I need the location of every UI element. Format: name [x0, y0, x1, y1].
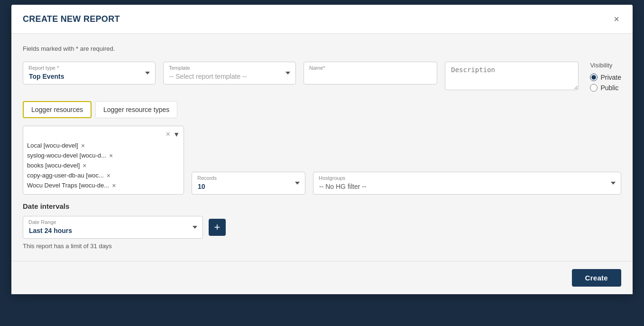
- visibility-public-item: Public: [590, 84, 621, 92]
- tag-item-2: books [wocu-devel] ×: [27, 160, 180, 170]
- tag-item-4: Wocu Devel Traps [wocu-de... ×: [27, 180, 180, 190]
- hostgroups-select-wrapper: -- No HG filter --: [313, 172, 621, 195]
- report-type-select[interactable]: Top Events: [23, 62, 156, 84]
- records-select-wrapper: 10 25 50 100: [192, 172, 305, 195]
- add-date-interval-button[interactable]: +: [209, 219, 226, 236]
- visibility-group: Visibility Private Public: [586, 62, 621, 92]
- visibility-public-label: Public: [600, 84, 618, 92]
- multiselect-dropdown-button[interactable]: ▼: [173, 130, 180, 138]
- visibility-public-radio[interactable]: [590, 84, 598, 92]
- visibility-private-radio[interactable]: [590, 74, 598, 81]
- date-intervals-section: Date intervals Date Range Last 24 hours …: [23, 202, 621, 250]
- modal-body: Fields marked with * are required. Repor…: [11, 34, 633, 261]
- filters-row: × ▼ Local [wocu-devel] × syslog-wocu-dev…: [23, 126, 621, 195]
- date-range-select-wrapper: Last 24 hours Last 7 days Last 30 days: [23, 216, 203, 239]
- records-select[interactable]: 10 25 50 100: [192, 172, 305, 195]
- tag-remove-0[interactable]: ×: [81, 142, 85, 149]
- template-select[interactable]: -- Select report template --: [163, 62, 296, 84]
- visibility-label: Visibility: [590, 62, 621, 69]
- resources-multiselect[interactable]: × ▼ Local [wocu-devel] × syslog-wocu-dev…: [23, 126, 184, 195]
- tab-logger-resources[interactable]: Logger resources: [23, 101, 92, 118]
- tag-item-0: Local [wocu-devel] ×: [27, 140, 180, 150]
- modal-footer: Create: [11, 261, 633, 294]
- template-group: Template -- Select report template --: [163, 62, 296, 84]
- visibility-private-item: Private: [590, 74, 621, 81]
- date-row: Date Range Last 24 hours Last 7 days Las…: [23, 216, 621, 239]
- tag-remove-1[interactable]: ×: [109, 152, 113, 159]
- multiselect-header: × ▼: [27, 130, 180, 139]
- tag-item-1: syslog-wocu-devel [wocu-d... ×: [27, 150, 180, 160]
- date-range-wrapper: Date Range Last 24 hours Last 7 days Las…: [23, 216, 203, 239]
- tag-label-1: syslog-wocu-devel [wocu-d...: [27, 152, 106, 159]
- report-type-select-wrapper: Top Events: [23, 62, 156, 84]
- limit-note: This report has a limit of 31 days: [23, 242, 621, 250]
- tag-label-2: books [wocu-devel]: [27, 162, 80, 169]
- tag-list: Local [wocu-devel] × syslog-wocu-devel […: [27, 140, 180, 190]
- tag-remove-4[interactable]: ×: [112, 182, 116, 189]
- description-input[interactable]: [445, 62, 579, 90]
- hostgroups-group: Hostgroups -- No HG filter --: [313, 172, 621, 195]
- records-group: Records 10 25 50 100: [192, 172, 305, 195]
- tag-label-3: copy-agg-user-db-au [woc...: [27, 172, 104, 179]
- report-type-group: Report type * Top Events: [23, 62, 156, 84]
- date-range-select[interactable]: Last 24 hours Last 7 days Last 30 days: [23, 216, 203, 239]
- multiselect-clear-button[interactable]: ×: [166, 130, 170, 139]
- tab-logger-resource-types[interactable]: Logger resource types: [95, 101, 177, 118]
- form-row-1: Report type * Top Events Template: [23, 62, 621, 92]
- required-note: Fields marked with * are required.: [23, 45, 621, 52]
- tabs-row: Logger resources Logger resource types: [23, 101, 621, 118]
- modal-overlay: CREATE NEW REPORT × Fields marked with *…: [0, 0, 644, 326]
- create-button[interactable]: Create: [572, 269, 622, 287]
- tag-remove-2[interactable]: ×: [83, 162, 86, 169]
- modal-header: CREATE NEW REPORT ×: [11, 5, 633, 34]
- close-button[interactable]: ×: [612, 12, 621, 26]
- name-group: Name*: [304, 62, 437, 84]
- visibility-private-label: Private: [600, 74, 621, 81]
- modal-title: CREATE NEW REPORT: [23, 14, 120, 24]
- tag-label-0: Local [wocu-devel]: [27, 142, 78, 149]
- name-input[interactable]: [304, 62, 437, 84]
- create-report-modal: CREATE NEW REPORT × Fields marked with *…: [11, 5, 633, 294]
- tag-remove-3[interactable]: ×: [107, 172, 110, 179]
- tag-item-3: copy-agg-user-db-au [woc... ×: [27, 170, 180, 180]
- description-group: [445, 62, 579, 90]
- template-select-wrapper: -- Select report template --: [163, 62, 296, 84]
- hostgroups-select[interactable]: -- No HG filter --: [313, 172, 621, 195]
- tag-label-4: Wocu Devel Traps [wocu-de...: [27, 182, 109, 189]
- date-intervals-title: Date intervals: [23, 202, 621, 210]
